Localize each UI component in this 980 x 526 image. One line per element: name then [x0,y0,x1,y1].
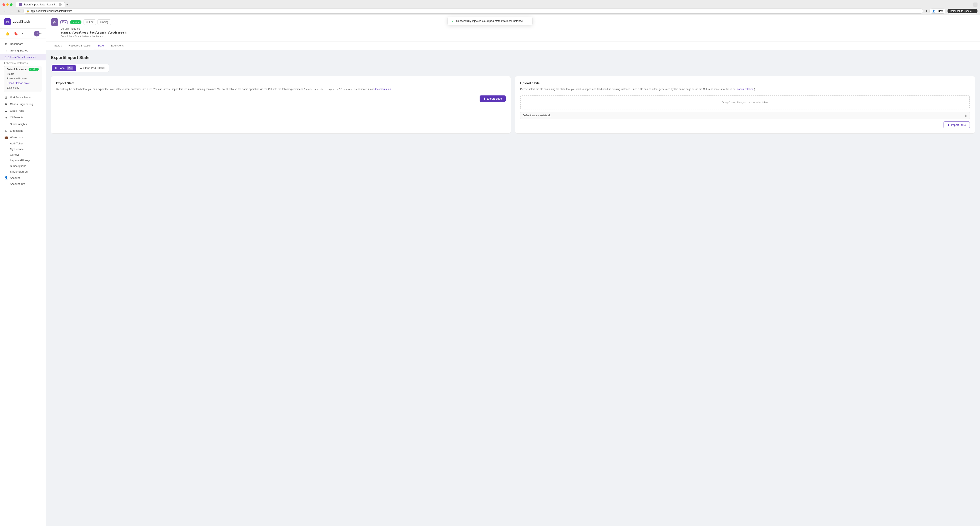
team-badge: Team [97,67,105,69]
traffic-light-fullscreen[interactable] [10,3,13,6]
account-info[interactable]: Account Info [0,181,46,187]
tab-resource-browser[interactable]: Resource Browser [65,41,94,50]
instance-header[interactable]: Default Instance running [7,68,39,71]
sidebar-item-stack-insights[interactable]: ✦ Stack Insights [0,121,46,128]
sidebar-item-localstack-instances[interactable]: ⋮⋮ LocalStack Instances [0,54,46,61]
import-card-title: Upload a File [520,81,970,85]
export-doc-link[interactable]: documentation [375,88,391,91]
sidebar-item-workspace[interactable]: 💼 Workspace [0,134,46,141]
workspace-my-license[interactable]: My License [0,146,46,152]
local-mode-button[interactable]: 🖥 Local Pro [52,65,76,71]
traffic-light-close[interactable] [3,3,5,6]
instance-nav-resource-browser[interactable]: Resource Browser [7,76,39,81]
sidebar-item-chaos[interactable]: ◉ Chaos Engineering [0,100,46,107]
toast-close-button[interactable]: × [527,19,528,23]
sidebar-item-label: Stack Insights [10,123,27,126]
relaunch-label: Relaunch to update [950,10,972,13]
cloud-pod-mode-button[interactable]: ☁ Cloud Pod Team [76,65,108,71]
export-state-card: Export State By clicking the button belo… [51,76,511,134]
instance-nav-export-import[interactable]: Export / Import State [7,81,39,85]
logo: LocalStack [4,18,41,25]
copy-url-button[interactable]: ⎘ [125,31,127,34]
workspace-sub-items: Auth Token My License CI Keys Legacy API… [0,141,46,174]
url-bar[interactable]: 🔒 app.localstack.cloud/inst/default/stat… [23,8,923,14]
bookmark-down-icon[interactable]: ▾ [21,32,24,36]
relaunch-button[interactable]: Relaunch to update ⋮ [948,9,977,13]
import-doc-link[interactable]: documentation [737,88,754,91]
refresh-button[interactable]: ↻ [17,9,22,13]
tab-state[interactable]: State [94,41,107,50]
browser-tab-active[interactable]: Export/Import State - LocalS... × [16,2,65,7]
account-icon: 👤 [4,176,8,179]
stack-insights-icon: ✦ [4,122,8,126]
workspace-auth-token[interactable]: Auth Token [0,141,46,146]
instance-description: Default LocalStack instance bookmark [60,35,975,38]
page-title: Export/Import State [51,55,975,60]
window-control [973,3,977,7]
import-btn-icon: ⬆ [948,123,950,126]
local-icon: 🖥 [55,67,57,70]
file-dropzone[interactable]: Drag & drop files, or click to select fi… [520,96,970,109]
toast-notification: ✓ Successfully injected cloud pod state … [447,17,533,25]
tab-status[interactable]: Status [51,41,65,50]
mode-toggle: 🖥 Local Pro ☁ Cloud Pod Team [51,64,109,72]
bookmark-button[interactable]: 🔖 [13,31,19,37]
import-btn-label: Import State [951,123,966,126]
sidebar-item-label: Extensions [10,129,23,132]
forward-button[interactable]: → [10,9,15,13]
account-sub-items: Account Info [0,181,46,187]
tab-extensions[interactable]: Extensions [107,41,127,50]
instance-nav-status[interactable]: Status [7,72,39,76]
sidebar-item-label: Account [10,176,20,179]
uploaded-file-item: Default Instance-state.zip 🗑 [520,112,970,119]
import-card-description: Please select the file containing the st… [520,87,970,91]
guest-button[interactable]: 👤 Guest [929,8,946,14]
pro-badge-small: Pro [67,67,73,70]
tab-close-btn[interactable]: × [59,3,62,6]
sidebar-item-iam-policy[interactable]: ◎ IAM Policy Stream [0,94,46,100]
delete-file-button[interactable]: 🗑 [964,114,967,117]
instance-sub-items: Status Resource Browser Export / Import … [7,72,39,90]
workspace-legacy-api-keys[interactable]: Legacy API Keys [0,158,46,163]
cards-row: Export State By clicking the button belo… [51,76,975,134]
edit-instance-button[interactable]: ✏ Edit [84,19,96,25]
sidebar-item-account[interactable]: 👤 Account [0,174,46,181]
workspace-icon: 💼 [4,135,8,139]
url-text: app.localstack.cloud/inst/default/state [31,10,72,13]
guest-label: Guest [937,10,943,13]
cloud-pod-btn-label: Cloud Pod [83,67,96,70]
traffic-lights [3,3,13,6]
cloud-pod-icon: ☁ [80,67,82,70]
workspace-sso[interactable]: Single Sign-on [0,169,46,174]
upload-file-card: Upload a File Please select the file con… [515,76,975,134]
instance-nav-extensions[interactable]: Extensions [7,85,39,90]
download-button[interactable]: ⬇ [925,9,928,13]
guest-icon: 👤 [932,10,935,13]
url-text: https://localhost.localstack.cloud:4566 [60,31,124,34]
back-button[interactable]: ← [3,9,8,13]
export-state-button[interactable]: ⬇ Export State [480,96,506,102]
import-state-button[interactable]: ⬆ Import State [943,121,970,128]
dashboard-icon: ▦ [4,42,8,45]
sidebar-item-getting-started[interactable]: ⬆ Getting Started [0,47,46,54]
import-desc-text: Please select the file containing the st… [520,88,737,91]
sidebar-item-cloud-pods[interactable]: ☁ Cloud Pods [0,107,46,114]
cloud-pods-icon: ☁ [4,109,8,112]
notifications-button[interactable]: 🔔 [4,31,11,37]
traffic-light-minimize[interactable] [6,3,9,6]
dropzone-text: Drag & drop files, or click to select fi… [722,101,768,104]
avatar-button[interactable]: U ▾ [34,30,41,37]
browser-tabs-row: Export/Import State - LocalS... × + [16,2,70,7]
workspace-subscriptions[interactable]: Subscriptions [0,163,46,169]
workspace-ci-keys[interactable]: CI Keys [0,152,46,158]
sidebar-item-label: Cloud Pods [10,109,24,112]
sidebar-item-extensions[interactable]: ⚙ Extensions [0,128,46,134]
sidebar-item-ci-projects[interactable]: ◈ CI Projects [0,114,46,121]
import-desc-suffix: ). [754,88,756,91]
relaunch-dots-icon: ⋮ [972,10,975,13]
ephemeral-label: Ephemeral Instances [4,62,41,65]
sidebar-item-dashboard[interactable]: ▦ Dashboard [0,40,46,47]
new-tab-button[interactable]: + [65,2,70,7]
export-cli-command: localstack state export <file-name> [304,88,353,91]
more-options-button[interactable]: running [97,19,111,25]
